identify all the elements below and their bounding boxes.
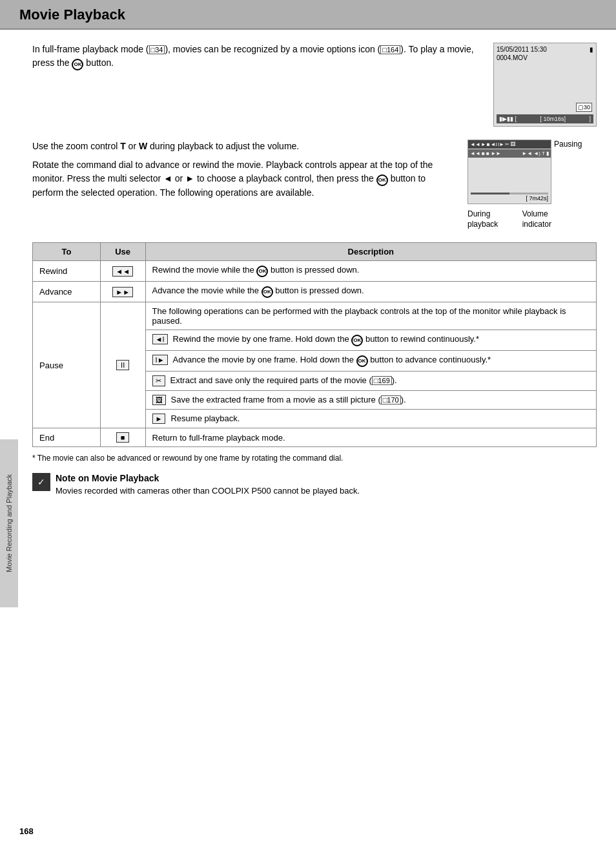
camera-movie-icon: ▢30 [576, 103, 592, 112]
resume-icon: ► [152, 414, 166, 424]
table-header: To Use Description [33, 243, 597, 261]
row-end-desc: Return to full-frame playback mode. [145, 428, 596, 447]
ok-icon-rewind: OK [256, 266, 268, 277]
progress-bar [471, 193, 548, 194]
top-section: In full-frame playback mode (□34), movie… [32, 43, 597, 127]
table-row: Advance ►► Advance the movie while the O… [33, 282, 597, 302]
ok-button-icon: OK [72, 59, 83, 70]
row-advance-to: Advance [33, 282, 101, 302]
save-frame-icon: 🖼 [152, 395, 166, 405]
note-title: Note on Movie Playback [56, 473, 360, 483]
row-rewind-desc: Rewind the movie while the OK button is … [145, 261, 596, 282]
ref-164: □164 [380, 45, 400, 54]
row-pause-use: II [100, 302, 145, 428]
pausing-controls-mid: ◄◄ ■ ■ ►► ►◄ ◄) T ▮ [468, 149, 551, 158]
operations-table: To Use Description Rewind ◄◄ Rewind the … [32, 242, 597, 447]
side-tab-label: Movie Recording and Playback [5, 474, 13, 572]
pausing-label: Pausing [554, 140, 582, 149]
ok-icon-sub2: OK [356, 355, 368, 367]
row-pause-to: Pause [33, 302, 101, 428]
middle-para2: Rotate the command dial to advance or re… [32, 158, 455, 200]
ref-34: □34 [149, 45, 165, 54]
middle-section: Use the zoom control T or W during playb… [32, 140, 597, 229]
page-title: Movie Playback [19, 6, 597, 23]
table-row: Rewind ◄◄ Rewind the movie while the OK … [33, 261, 597, 282]
row-pause-rewind-frame: ◄I Rewind the movie by one frame. Hold d… [145, 330, 596, 351]
col-description: Description [145, 243, 596, 261]
row-pause-save-frame: 🖼 Save the extracted frame from a movie … [145, 391, 596, 410]
diagram-timecode: [ 7m42s] [526, 195, 548, 202]
table-body: Rewind ◄◄ Rewind the movie while the OK … [33, 261, 597, 447]
col-to: To [33, 243, 101, 261]
col-use: Use [100, 243, 145, 261]
middle-text: Use the zoom control T or W during playb… [32, 140, 455, 229]
diagram-screen-pausing: ◄◄ ► ■ ◄I I► ✂ 🖼 ◄◄ ■ ■ ►► ►◄ ◄) T ▮ [467, 140, 551, 204]
page-number: 168 [19, 826, 34, 836]
footnote: * The movie can also be advanced or rewo… [32, 454, 597, 463]
header-bar: Movie Playback [0, 0, 616, 30]
advance-frame-icon: I► [152, 355, 168, 365]
pause-icon: II [116, 360, 129, 370]
camera-datetime: 15/05/2011 15:30 ▮ [497, 46, 593, 53]
ok-icon-sub1: OK [351, 335, 363, 346]
camera-screen-top: 15/05/2011 15:30 ▮ 0004.MOV ▢30 ▮▶▮▮ [ [… [493, 43, 597, 127]
row-pause-resume: ► Resume playback. [145, 410, 596, 428]
diagram-labels: Duringplayback Volumeindicator [467, 209, 551, 229]
note-box: ✓ Note on Movie Playback Movies recorded… [32, 473, 597, 496]
intro-text: In full-frame playback mode (□34), movie… [32, 43, 480, 127]
note-text: Movies recorded with cameras other than … [56, 486, 360, 496]
during-playback-label: Duringplayback [467, 209, 498, 229]
row-pause-extract: ✂ Extract and save only the required par… [145, 372, 596, 391]
extract-icon: ✂ [152, 375, 165, 386]
volume-indicator-label: Volumeindicator [522, 209, 551, 229]
note-content: Note on Movie Playback Movies recorded w… [56, 473, 360, 496]
w-letter: W [139, 141, 147, 151]
camera-timecode: ▮▶▮▮ [ [ 10m16s] ] [497, 114, 593, 123]
table-header-row: To Use Description [33, 243, 597, 261]
row-end-use: ■ [100, 428, 145, 447]
middle-para1: Use the zoom control T or W during playb… [32, 140, 455, 153]
table-row-end: End ■ Return to full-frame playback mode… [33, 428, 597, 447]
playback-diagrams: ◄◄ ► ■ ◄I I► ✂ 🖼 ◄◄ ■ ■ ►► ►◄ ◄) T ▮ [467, 140, 597, 229]
end-icon: ■ [116, 432, 129, 443]
row-advance-use: ►► [100, 282, 145, 302]
footnote-text: * The movie can also be advanced or rewo… [32, 454, 343, 463]
progress-fill [471, 193, 509, 194]
main-content: In full-frame playback mode (□34), movie… [0, 30, 616, 508]
pausing-controls-top: ◄◄ ► ■ ◄I I► ✂ 🖼 [468, 140, 551, 149]
advance-icon: ►► [112, 287, 133, 297]
intro-paragraph: In full-frame playback mode (□34), movie… [32, 43, 480, 70]
row-rewind-use: ◄◄ [100, 261, 145, 282]
rewind-frame-icon: ◄I [152, 334, 168, 344]
row-advance-desc: Advance the movie while the OK button is… [145, 282, 596, 302]
side-tab: Movie Recording and Playback [0, 439, 18, 607]
table-row-pause: Pause II The following operations can be… [33, 302, 597, 330]
rewind-icon: ◄◄ [112, 266, 133, 277]
t-letter: T [120, 141, 126, 151]
row-pause-desc-header: The following operations can be performe… [145, 302, 596, 330]
row-pause-advance-frame: I► Advance the movie by one frame. Hold … [145, 351, 596, 372]
camera-filename: 0004.MOV [497, 54, 593, 61]
ok-icon-advance: OK [262, 286, 273, 298]
note-icon: ✓ [32, 473, 50, 491]
ok-button-icon2: OK [376, 174, 388, 186]
row-rewind-to: Rewind [33, 261, 101, 282]
row-end-to: End [33, 428, 101, 447]
